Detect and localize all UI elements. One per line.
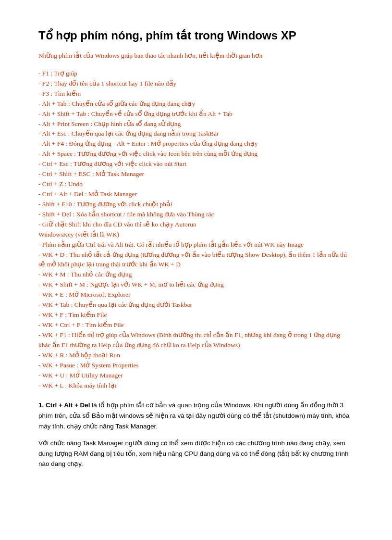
intro-text: Những phím tắt của Windows giúp ban thao… xyxy=(38,51,354,61)
shortcut-item: - Ctrl + Alt + Del : Mở Task Manager xyxy=(38,189,354,200)
shortcut-item: - Phím nằm giữa Ctrl trái và Alt trái. C… xyxy=(38,240,354,250)
shortcut-item: - WK + R : Mở hộp thoại Run xyxy=(38,351,354,361)
shortcut-item: - WK + F1 : Hiển thị trợ giúp của Window… xyxy=(38,330,354,351)
intro-section: Những phím tắt của Windows giúp ban thao… xyxy=(38,51,354,61)
shortcut-item: - F1 : Trợ giúp xyxy=(38,69,354,79)
shortcut-item: - F2 : Thay đổi tên của 1 shortcut hay 1… xyxy=(38,79,354,89)
shortcut-item: - WK + Pasue : Mở System Properties xyxy=(38,361,354,371)
shortcut-item: - Ctrl + Shift + ESC : Mở Task Manager xyxy=(38,169,354,179)
shortcut-item: - Alt + Shift + Tab : Chuyển về cửa sổ ứ… xyxy=(38,109,354,119)
shortcut-item: - WK + F : Tìm kiếm File xyxy=(38,310,354,320)
shortcut-item: - WK + D : Thu nhỏ tất cả ứng dụng (tươn… xyxy=(38,250,354,270)
shortcut-item: - Alt + Space : Tương đương với việc cli… xyxy=(38,149,354,159)
shortcut-item: - WK + L : Khóa máy tính lại xyxy=(38,381,354,391)
section1-label: 1. Ctrl + Alt + Del xyxy=(38,402,90,409)
section1-paragraph: 1. Ctrl + Alt + Del là tổ hợp phím tắt c… xyxy=(38,400,354,431)
shortcut-item: - Shift + Del : Xóa hẳn shortcut / file … xyxy=(38,210,354,220)
shortcut-item: - Ctrl + Z : Undo xyxy=(38,179,354,189)
shortcut-item: - Shift + F10 : Tương đương với click ch… xyxy=(38,200,354,210)
shortcut-item: - F3 : Tìm kiếm xyxy=(38,89,354,99)
shortcut-item: - WK + Tab : Chuyển qua lại các ứng dụng… xyxy=(38,300,354,310)
shortcut-item: - Alt + Print Screen : Chụp hình cửa sổ … xyxy=(38,119,354,129)
shortcuts-section: - F1 : Trợ giúp- F2 : Thay đổi tên của 1… xyxy=(38,69,354,391)
shortcut-item: WindowsKey (viết tắt là WK) xyxy=(38,230,354,240)
page-title: Tổ hợp phím nóng, phím tắt trong Windows… xyxy=(38,29,354,42)
shortcut-item: - WK + E : Mở Microsoft Explorer xyxy=(38,290,354,300)
section1: 1. Ctrl + Alt + Del là tổ hợp phím tắt c… xyxy=(38,400,354,469)
shortcut-item: - WK + U : Mở Utility Manager xyxy=(38,371,354,381)
shortcut-item: - Alt + F4 : Đóng ứng dụng - Alt + Enter… xyxy=(38,139,354,149)
shortcut-item: - Alt + Esc : Chuyển qua lại các ứng dụn… xyxy=(38,129,354,139)
section2-paragraph: Với chức năng Task Manager người dùng có… xyxy=(38,438,354,469)
shortcut-item: - Ctrl + Esc : Tương đương với việc clic… xyxy=(38,159,354,169)
shortcut-item: - WK + Ctrl + F : Tìm kiếm File xyxy=(38,320,354,330)
main-content: Những phím tắt của Windows giúp ban thao… xyxy=(38,51,354,469)
shortcut-item: - Giữ chặt Shift khi cho đĩa CD vào thì … xyxy=(38,220,354,230)
shortcut-item: - WK + M : Thu nhỏ các ứng dụng xyxy=(38,270,354,280)
shortcut-item: - Alt + Tab : Chuyển cửa sổ giữa các ứng… xyxy=(38,99,354,109)
shortcut-item: - WK + Shift + M : Ngược lại với WK + M,… xyxy=(38,280,354,290)
